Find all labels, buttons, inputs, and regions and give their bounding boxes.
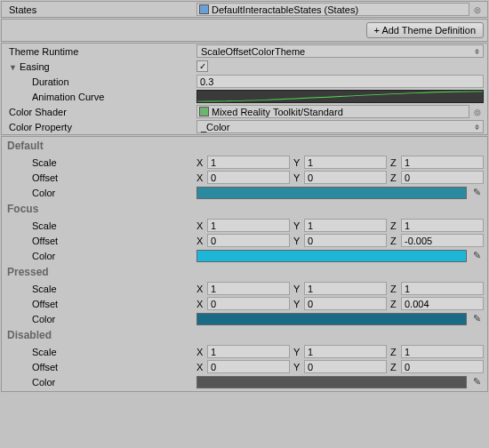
disabled-offset-x[interactable] <box>207 360 290 373</box>
animation-curve-field[interactable] <box>196 90 484 103</box>
axis-y-label: Y <box>293 220 304 231</box>
focus-offset-z[interactable] <box>401 234 484 247</box>
duration-field[interactable] <box>196 75 484 88</box>
offset-label: Offset <box>5 236 196 246</box>
axis-x-label: X <box>196 172 207 183</box>
color-label: Color <box>5 251 196 261</box>
easing-checkbox[interactable]: ✓ <box>196 60 208 72</box>
axis-z-label: Z <box>390 284 401 294</box>
axis-x-label: X <box>196 347 207 357</box>
easing-label: ▼Easing <box>5 61 196 72</box>
state-header-pressed: Pressed <box>2 263 487 281</box>
axis-z-label: Z <box>390 362 401 372</box>
eyedropper-icon[interactable]: ✎ <box>469 187 484 198</box>
add-theme-definition-button[interactable]: + Add Theme Definition <box>366 22 484 38</box>
offset-label: Offset <box>5 299 196 309</box>
axis-y-label: Y <box>293 284 304 294</box>
duration-label: Duration <box>5 76 196 87</box>
default-color-swatch[interactable] <box>196 187 467 199</box>
focus-color-swatch[interactable] <box>196 250 467 262</box>
disabled-scale-y[interactable] <box>304 345 387 358</box>
state-header-default: Default <box>2 137 487 155</box>
scale-label: Scale <box>5 157 196 168</box>
color-shader-value: Mixed Reality Toolkit/Standard <box>212 107 343 117</box>
color-label: Color <box>5 377 196 388</box>
color-shader-label: Color Shader <box>5 107 196 117</box>
theme-runtime-label: Theme Runtime <box>5 46 196 57</box>
color-property-value: _Color <box>201 122 229 132</box>
default-offset-y[interactable] <box>304 171 387 184</box>
axis-y-label: Y <box>293 172 304 183</box>
eyedropper-icon[interactable]: ✎ <box>469 313 484 324</box>
object-picker-icon[interactable]: ◎ <box>471 4 484 16</box>
axis-y-label: Y <box>293 236 304 246</box>
eyedropper-icon[interactable]: ✎ <box>469 376 484 388</box>
offset-label: Offset <box>5 172 196 183</box>
states-object-value: DefaultInteractableStates (States) <box>212 4 358 15</box>
axis-x-label: X <box>196 157 207 168</box>
scale-label: Scale <box>5 347 196 357</box>
offset-label: Offset <box>5 362 196 372</box>
pressed-scale-y[interactable] <box>304 282 387 295</box>
disabled-scale-x[interactable] <box>207 345 290 358</box>
axis-x-label: X <box>196 220 207 231</box>
color-property-label: Color Property <box>5 122 196 132</box>
pressed-offset-y[interactable] <box>304 297 387 310</box>
axis-x-label: X <box>196 362 207 372</box>
pressed-offset-z[interactable] <box>401 297 484 310</box>
disabled-color-swatch[interactable] <box>196 376 467 388</box>
color-shader-field[interactable]: Mixed Reality Toolkit/Standard <box>196 105 469 118</box>
scale-label: Scale <box>5 220 196 231</box>
eyedropper-icon[interactable]: ✎ <box>469 250 484 261</box>
pressed-scale-z[interactable] <box>401 282 484 295</box>
axis-y-label: Y <box>293 362 304 372</box>
focus-scale-x[interactable] <box>207 219 290 232</box>
axis-x-label: X <box>196 299 207 309</box>
axis-y-label: Y <box>293 299 304 309</box>
axis-y-label: Y <box>293 157 304 168</box>
default-offset-x[interactable] <box>207 171 290 184</box>
axis-x-label: X <box>196 236 207 246</box>
axis-z-label: Z <box>390 220 401 231</box>
state-header-focus: Focus <box>2 200 487 218</box>
object-picker-icon[interactable]: ◎ <box>471 106 484 118</box>
axis-y-label: Y <box>293 347 304 357</box>
default-offset-z[interactable] <box>401 171 484 184</box>
state-header-disabled: Disabled <box>2 326 487 344</box>
axis-x-label: X <box>196 284 207 294</box>
color-label: Color <box>5 188 196 198</box>
pressed-scale-x[interactable] <box>207 282 290 295</box>
focus-scale-y[interactable] <box>304 219 387 232</box>
animation-curve-label: Animation Curve <box>5 92 196 102</box>
color-label: Color <box>5 314 196 324</box>
theme-runtime-value: ScaleOffsetColorTheme <box>201 46 305 57</box>
axis-z-label: Z <box>390 172 401 183</box>
pressed-color-swatch[interactable] <box>196 313 467 325</box>
states-label: States <box>5 4 196 15</box>
focus-offset-y[interactable] <box>304 234 387 247</box>
scale-label: Scale <box>5 284 196 294</box>
shader-icon <box>199 107 209 116</box>
axis-z-label: Z <box>390 236 401 246</box>
pressed-offset-x[interactable] <box>207 297 290 310</box>
axis-z-label: Z <box>390 157 401 168</box>
disabled-offset-z[interactable] <box>401 360 484 373</box>
color-property-dropdown[interactable]: _Color <box>196 120 484 133</box>
disabled-scale-z[interactable] <box>401 345 484 358</box>
focus-offset-x[interactable] <box>207 234 290 247</box>
theme-runtime-dropdown[interactable]: ScaleOffsetColorTheme <box>196 44 484 58</box>
focus-scale-z[interactable] <box>401 219 484 232</box>
states-object-field[interactable]: DefaultInteractableStates (States) <box>196 3 469 16</box>
axis-z-label: Z <box>390 347 401 357</box>
scriptable-object-icon <box>199 4 209 14</box>
default-scale-x[interactable] <box>207 156 290 169</box>
default-scale-z[interactable] <box>401 156 484 169</box>
disabled-offset-y[interactable] <box>304 360 387 373</box>
axis-z-label: Z <box>390 299 401 309</box>
foldout-icon[interactable]: ▼ <box>9 63 18 72</box>
default-scale-y[interactable] <box>304 156 387 169</box>
